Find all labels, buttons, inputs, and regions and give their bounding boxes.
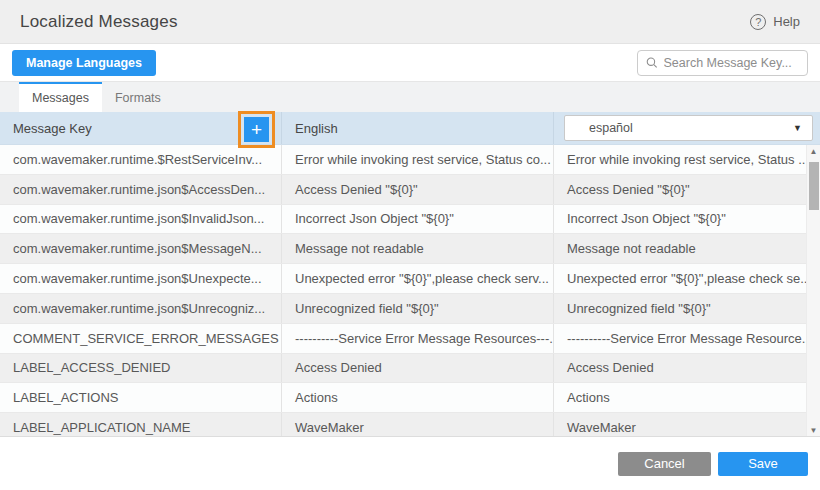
column-header-message-key: Message Key +	[0, 112, 281, 144]
cell-message-key[interactable]: LABEL_APPLICATION_NAME	[0, 413, 281, 437]
table-row[interactable]: LABEL_ACTIONS Actions Actions	[0, 383, 820, 413]
cell-translation[interactable]: Access Denied "${0}"	[553, 175, 806, 204]
cell-english[interactable]: Unexpected error "${0}",please check ser…	[281, 264, 553, 293]
tab-messages[interactable]: Messages	[19, 82, 102, 112]
cell-message-key[interactable]: com.wavemaker.runtime.json$MessageN...	[0, 234, 281, 263]
cell-translation[interactable]: Unexpected error "${0}",please check se.…	[553, 264, 806, 293]
cell-english[interactable]: Access Denied	[281, 354, 553, 383]
cell-english[interactable]: Error while invoking rest service, Statu…	[281, 145, 553, 174]
cell-english[interactable]: Message not readable	[281, 234, 553, 263]
cell-message-key[interactable]: COMMENT_SERVICE_ERROR_MESSAGES	[0, 324, 281, 353]
help-button[interactable]: ? Help	[750, 14, 800, 30]
table-header: Message Key + English español ▼	[0, 112, 820, 145]
cell-translation[interactable]: Actions	[553, 383, 806, 412]
cell-translation[interactable]: Access Denied	[553, 354, 806, 383]
table-row[interactable]: com.wavemaker.runtime.json$InvalidJson..…	[0, 205, 820, 235]
message-key-header-label: Message Key	[13, 121, 92, 136]
toolbar: Manage Languages	[0, 44, 820, 81]
column-header-english: English	[281, 112, 553, 144]
language-select[interactable]: español ▼	[564, 115, 813, 141]
cell-translation[interactable]: Error while invoking rest service, Statu…	[553, 145, 806, 174]
table-row[interactable]: COMMENT_SERVICE_ERROR_MESSAGES ---------…	[0, 324, 820, 354]
table-row[interactable]: com.wavemaker.runtime.json$MessageN... M…	[0, 234, 820, 264]
cell-translation[interactable]: WaveMaker	[553, 413, 806, 437]
cell-english[interactable]: ----------Service Error Message Resource…	[281, 324, 553, 353]
cell-message-key[interactable]: com.wavemaker.runtime.json$Unexpecte...	[0, 264, 281, 293]
search-icon	[646, 56, 658, 69]
cell-english[interactable]: Actions	[281, 383, 553, 412]
help-icon: ?	[750, 14, 766, 30]
table-row[interactable]: LABEL_ACCESS_DENIED Access Denied Access…	[0, 354, 820, 384]
save-button[interactable]: Save	[718, 452, 808, 476]
cell-message-key[interactable]: com.wavemaker.runtime.json$AccessDen...	[0, 175, 281, 204]
scroll-up-icon[interactable]: ▲	[807, 145, 820, 158]
manage-languages-button[interactable]: Manage Languages	[12, 50, 156, 76]
cell-translation[interactable]: Unrecognized field "${0}"	[553, 294, 806, 323]
cell-translation[interactable]: ----------Service Error Message Resource…	[553, 324, 806, 353]
tab-formats[interactable]: Formats	[102, 82, 174, 112]
page-title: Localized Messages	[20, 12, 178, 32]
cell-message-key[interactable]: LABEL_ACTIONS	[0, 383, 281, 412]
table-row[interactable]: com.wavemaker.runtime.$RestServiceInv...…	[0, 145, 820, 175]
cell-english[interactable]: Access Denied "${0}"	[281, 175, 553, 204]
cell-translation[interactable]: Message not readable	[553, 234, 806, 263]
cell-message-key[interactable]: com.wavemaker.runtime.json$InvalidJson..…	[0, 205, 281, 234]
add-key-highlight-annotation: +	[238, 111, 275, 148]
cell-english[interactable]: WaveMaker	[281, 413, 553, 437]
table-row[interactable]: com.wavemaker.runtime.json$Unrecogniz...…	[0, 294, 820, 324]
scrollbar-thumb[interactable]	[809, 162, 819, 210]
chevron-down-icon: ▼	[793, 123, 802, 133]
dialog-titlebar: Localized Messages ? Help	[0, 0, 820, 44]
help-label: Help	[773, 14, 800, 29]
cell-message-key[interactable]: com.wavemaker.runtime.$RestServiceInv...	[0, 145, 281, 174]
column-header-language: español ▼	[553, 112, 820, 144]
language-select-value: español	[589, 121, 633, 135]
cancel-button[interactable]: Cancel	[618, 452, 711, 476]
cell-message-key[interactable]: com.wavemaker.runtime.json$Unrecogniz...	[0, 294, 281, 323]
table-body: com.wavemaker.runtime.$RestServiceInv...…	[0, 145, 820, 437]
tab-strip: Messages Formats	[0, 81, 820, 112]
cell-english[interactable]: Incorrect Json Object "${0}"	[281, 205, 553, 234]
cell-english[interactable]: Unrecognized field "${0}"	[281, 294, 553, 323]
vertical-scrollbar[interactable]: ▲ ▼	[806, 145, 820, 437]
search-input[interactable]	[664, 56, 799, 70]
add-message-key-button[interactable]: +	[244, 117, 269, 142]
cell-translation[interactable]: Incorrect Json Object "${0}"	[553, 205, 806, 234]
dialog-footer: Cancel Save	[0, 437, 820, 490]
cell-message-key[interactable]: LABEL_ACCESS_DENIED	[0, 354, 281, 383]
table-row[interactable]: com.wavemaker.runtime.json$Unexpecte... …	[0, 264, 820, 294]
table-row[interactable]: LABEL_APPLICATION_NAME WaveMaker WaveMak…	[0, 413, 820, 437]
search-box[interactable]	[637, 50, 808, 76]
english-header-label: English	[295, 121, 338, 136]
scroll-down-icon[interactable]: ▼	[807, 424, 820, 437]
table-row[interactable]: com.wavemaker.runtime.json$AccessDen... …	[0, 175, 820, 205]
